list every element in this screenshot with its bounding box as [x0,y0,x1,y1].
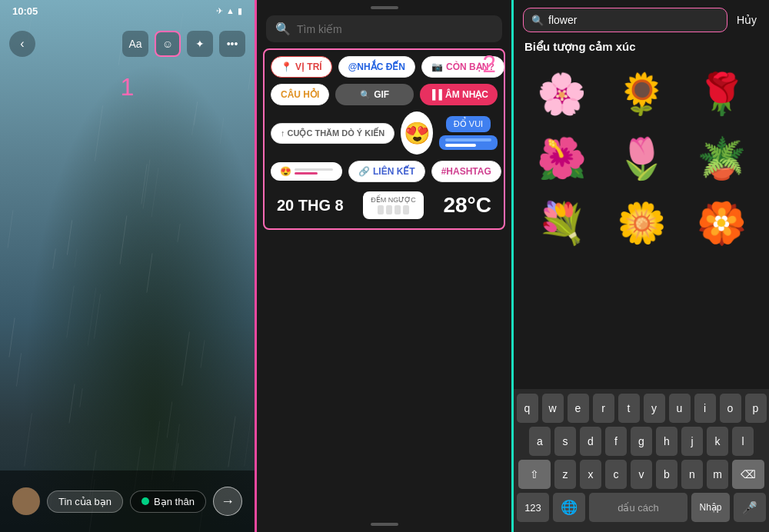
dovui-label-top: ĐỔ VUI [446,116,491,132]
key-j[interactable]: j [681,427,703,456]
emoji-grid: 🌸🌻🌹🌺🌷🪴💐🌼🏵️ [514,60,769,257]
gif-label: GIF [374,89,389,100]
hashtag-sticker[interactable]: #HASHTAG [431,161,501,182]
pin-icon: 📍 [281,62,292,72]
key-e[interactable]: e [568,394,589,423]
key-k[interactable]: k [707,427,728,456]
key-l[interactable]: l [732,427,754,456]
emoji-item[interactable]: 🌸 [523,63,600,125]
music-label: ÂM NHẠC [445,89,488,100]
key-v[interactable]: v [631,460,652,489]
space-key[interactable]: dấu cách [589,493,687,522]
globe-key[interactable]: 🌐 [553,493,585,522]
key-r[interactable]: r [593,394,614,423]
dovui-sticker[interactable] [439,135,498,150]
rain-streak [7,210,13,248]
sticker-row-3: ↑ CUỘC THĂM DÒ Ý KIẾN 😍 ĐỔ VUI [271,111,498,155]
key-a[interactable]: a [529,427,551,456]
rain-streak [94,294,101,340]
key-n[interactable]: n [681,460,703,489]
emoji-item[interactable]: 🌺 [523,128,600,189]
more-tool-button[interactable]: ••• [219,31,245,57]
sticker-icon: ☺ [162,38,173,50]
emoji-item[interactable]: 🌼 [603,192,680,254]
key-g[interactable]: g [631,427,652,456]
rain-streak [68,384,75,424]
key-t[interactable]: t [618,394,640,423]
send-button[interactable]: → [213,487,242,516]
numbers-key[interactable]: 123 [517,493,549,522]
enter-key[interactable]: Nhập [691,493,730,522]
emoji-section-title: Biểu tượng cảm xúc [514,37,769,60]
rain-streak [171,424,180,477]
emoji-sticker[interactable]: 😍 [401,111,433,155]
key-b[interactable]: b [656,460,677,489]
key-z[interactable]: z [554,460,576,489]
my-story-button[interactable]: Tin của bạn [47,490,123,513]
sticker-search-input[interactable] [297,23,493,35]
emoji-item[interactable]: 🌷 [603,128,680,189]
reaction-bar-1 [295,168,333,171]
countdown-sticker[interactable]: ĐẾM NGƯỢC [363,191,424,219]
question-sticker[interactable]: CÂU HỎI [271,84,329,105]
effects-tool-button[interactable]: ✦ [187,31,213,57]
link-icon: 🔗 [358,166,370,177]
key-o[interactable]: o [720,394,741,423]
rain-streak [16,353,22,386]
key-c[interactable]: c [605,460,627,489]
countdown-bars [378,205,409,214]
key-m[interactable]: m [707,460,728,489]
slider-bar-1 [445,138,491,141]
key-f[interactable]: f [605,427,627,456]
shift-key[interactable]: ⇧ [518,460,551,489]
reaction-sticker[interactable]: 😍 [271,162,342,181]
key-w[interactable]: w [542,394,564,423]
location-sticker[interactable]: 📍 VỊ TRÍ [271,56,332,78]
sticker-tool-button[interactable]: ☺ [155,31,181,57]
mention-sticker[interactable]: @NHẮC ĐẾN [338,56,415,78]
emoji-item[interactable]: 💐 [523,192,600,254]
key-s[interactable]: s [554,427,576,456]
back-button[interactable]: ‹ [9,31,35,57]
location-label: VỊ TRÍ [295,62,322,72]
microphone-key[interactable]: 🎤 [734,493,766,522]
mention-label: @NHẮC ĐẾN [348,62,405,72]
sticker-search-bar[interactable]: 🔍 [266,15,502,42]
reaction-bar-2 [295,172,318,175]
tool-buttons: Aa ☺ ✦ ••• [122,31,245,57]
key-d[interactable]: d [580,427,601,456]
keyboard-row-1: qwertyuiop [517,394,766,423]
key-h[interactable]: h [656,427,677,456]
status-icons: ✈ ▲ ▮ [216,6,242,16]
date-label: 20 THG 8 [277,197,344,214]
slider-bar-2 [445,144,476,147]
bestfriend-label: Bạn thân [154,496,195,507]
key-y[interactable]: y [644,394,665,423]
gif-sticker[interactable]: 🔍 GIF [335,84,414,105]
emoji-search-input[interactable] [548,14,719,26]
poll-sticker[interactable]: ↑ CUỘC THĂM DÒ Ý KIẾN [271,123,394,144]
poll-label: ↑ CUỘC THĂM DÒ Ý KIẾN [281,128,384,138]
key-q[interactable]: q [517,394,538,423]
drag-handle [371,6,398,9]
emoji-search-box[interactable]: 🔍 [523,8,727,32]
text-tool-button[interactable]: Aa [122,31,148,57]
key-p[interactable]: p [745,394,767,423]
keyboard-row-2: asdfghjkl [517,427,766,456]
cancel-button[interactable]: Hủy [734,11,760,29]
emoji-item[interactable]: 🌹 [683,63,760,125]
story-bottom-bar: Tin của bạn Bạn thân → [0,470,255,532]
key-x[interactable]: x [580,460,601,489]
bestfriend-button[interactable]: Bạn thân [130,490,206,513]
link-sticker[interactable]: 🔗 LIÊN KẾT [348,161,425,182]
key-i[interactable]: i [694,394,716,423]
rain-streak [66,285,75,337]
key-u[interactable]: u [669,394,691,423]
emoji-item[interactable]: 🏵️ [683,192,760,254]
delete-key[interactable]: ⌫ [732,460,764,489]
camera-icon: 📷 [431,62,443,72]
music-sticker[interactable]: ▐▐ ÂM NHẠC [420,84,498,105]
sticker-row-1: 📍 VỊ TRÍ @NHẮC ĐẾN 📷 CÒN BẠN? [271,56,498,78]
emoji-item[interactable]: 🪴 [683,128,760,189]
emoji-item[interactable]: 🌻 [603,63,680,125]
